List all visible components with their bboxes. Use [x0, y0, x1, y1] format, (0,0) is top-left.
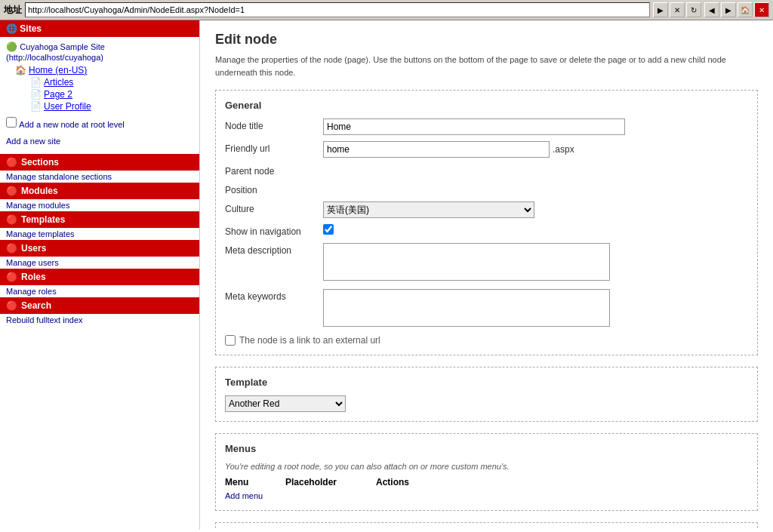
- sidebar-modules-header[interactable]: 🔴 Modules: [0, 183, 199, 199]
- articles-link[interactable]: Articles: [44, 77, 73, 88]
- general-label: General: [225, 100, 748, 111]
- home-icon: 🏠: [15, 65, 26, 75]
- add-node-checkbox[interactable]: [6, 117, 17, 128]
- search-icon: 🔴: [6, 300, 17, 311]
- meta-description-label: Meta description: [225, 243, 323, 256]
- sites-icon: 🌐: [6, 23, 17, 34]
- friendly-url-input[interactable]: [323, 141, 550, 158]
- position-label: Position: [225, 183, 323, 195]
- page-icon-3: 📄: [30, 101, 42, 112]
- home-node-link[interactable]: Home (en-US): [29, 65, 87, 75]
- meta-keywords-row: Meta keywords: [225, 289, 748, 329]
- position-row: Position: [225, 183, 748, 195]
- page-icon-2: 📄: [30, 89, 42, 100]
- template-select[interactable]: Another Red: [225, 395, 346, 412]
- users-icon: 🔴: [6, 243, 17, 254]
- forward-button[interactable]: ▶: [721, 2, 736, 17]
- parent-node-label: Parent node: [225, 164, 323, 177]
- menus-section: Menus You're editing a root node, so you…: [215, 433, 758, 511]
- site-link[interactable]: Cuyahoga Sample Site (http://localhost/c…: [6, 42, 105, 62]
- sidebar-sections-header[interactable]: 🔴 Sections: [0, 154, 199, 171]
- sections-section: Sections Section title Module type Place…: [215, 522, 758, 530]
- modules-icon: 🔴: [6, 186, 17, 196]
- refresh-button[interactable]: ↻: [686, 2, 701, 17]
- show-in-nav-checkbox[interactable]: [323, 224, 334, 235]
- sidebar-sites-header: 🌐 Sites: [0, 20, 199, 37]
- page2-link[interactable]: Page 2: [44, 89, 72, 100]
- add-menu-link[interactable]: Add menu: [225, 491, 263, 500]
- external-url-row: The node is a link to an external url: [225, 335, 748, 346]
- sections-icon: 🔴: [6, 157, 17, 168]
- sidebar-templates-header[interactable]: 🔴 Templates: [0, 211, 199, 228]
- general-section: General Node title Friendly url .aspx Pa…: [215, 90, 758, 355]
- parent-node-row: Parent node: [225, 164, 748, 177]
- home-button[interactable]: 🏠: [738, 2, 753, 17]
- manage-sections-link[interactable]: Manage standalone sections: [0, 171, 199, 183]
- templates-icon: 🔴: [6, 214, 17, 225]
- manage-templates-link[interactable]: Manage templates: [0, 228, 199, 240]
- meta-description-row: Meta description: [225, 243, 748, 283]
- rebuild-index-link[interactable]: Rebuild fulltext index: [0, 314, 199, 326]
- sidebar-roles-header[interactable]: 🔴 Roles: [0, 269, 199, 285]
- sidebar-search-header[interactable]: 🔴 Search: [0, 297, 199, 314]
- culture-label: Culture: [225, 201, 323, 214]
- intro-text: Manage the properties of the node (page)…: [215, 54, 758, 78]
- menu-col-placeholder: Placeholder: [285, 477, 376, 487]
- node-title-row: Node title: [225, 118, 748, 135]
- culture-select[interactable]: 英语(美国): [323, 201, 534, 218]
- user-profile-link[interactable]: User Profile: [44, 101, 91, 112]
- manage-modules-link[interactable]: Manage modules: [0, 199, 199, 211]
- manage-users-link[interactable]: Manage users: [0, 257, 199, 269]
- roles-icon: 🔴: [6, 272, 17, 282]
- add-node-link[interactable]: Add a new node at root level: [19, 120, 124, 129]
- template-label: Template: [225, 377, 748, 388]
- add-site-link[interactable]: Add a new site: [6, 137, 60, 146]
- external-url-checkbox[interactable]: [225, 335, 236, 346]
- node-title-label: Node title: [225, 118, 323, 131]
- address-label: 地址: [4, 4, 22, 17]
- go-button[interactable]: ▶: [653, 2, 668, 17]
- page-title: Edit node: [215, 32, 758, 48]
- sidebar-users-header[interactable]: 🔴 Users: [0, 240, 199, 257]
- menus-label: Menus: [225, 443, 748, 454]
- menu-col-actions: Actions: [376, 477, 451, 487]
- page-icon-1: 📄: [30, 77, 42, 88]
- meta-keywords-label: Meta keywords: [225, 289, 323, 302]
- main-content: Edit node Manage the properties of the n…: [200, 20, 773, 530]
- meta-keywords-input[interactable]: [323, 289, 610, 327]
- sidebar: 🌐 Sites 🟢 Cuyahoga Sample Site (http://l…: [0, 20, 200, 530]
- external-url-label: The node is a link to an external url: [239, 335, 380, 346]
- menu-col-menu: Menu: [225, 477, 285, 487]
- meta-description-input[interactable]: [323, 243, 610, 281]
- browser-chrome: 地址 ▶ ✕ ↻ ◀ ▶ 🏠 ✕: [0, 0, 773, 20]
- show-in-nav-label: Show in navigation: [225, 224, 323, 237]
- friendly-url-label: Friendly url: [225, 141, 323, 154]
- node-title-input[interactable]: [323, 118, 625, 135]
- aspx-suffix: .aspx: [553, 144, 574, 155]
- show-in-nav-row: Show in navigation: [225, 224, 748, 237]
- close-button[interactable]: ✕: [754, 2, 769, 17]
- manage-roles-link[interactable]: Manage roles: [0, 285, 199, 297]
- address-input[interactable]: [25, 2, 650, 17]
- site-icon: 🟢: [6, 42, 17, 52]
- menus-intro: You're editing a root node, so you can a…: [225, 462, 748, 471]
- back-button[interactable]: ◀: [704, 2, 719, 17]
- template-section: Template Another Red: [215, 367, 758, 422]
- stop-button[interactable]: ✕: [670, 2, 685, 17]
- culture-row: Culture 英语(美国): [225, 201, 748, 218]
- friendly-url-row: Friendly url .aspx: [225, 141, 748, 158]
